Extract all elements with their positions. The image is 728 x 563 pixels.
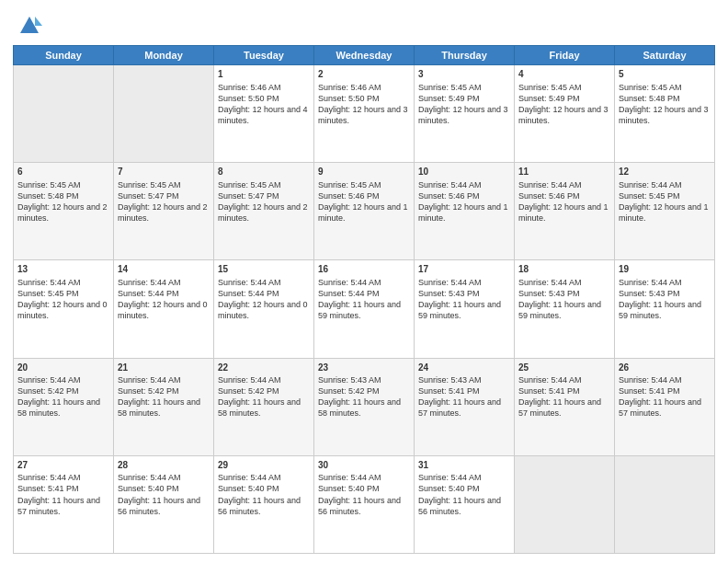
day-number: 27 <box>17 459 109 472</box>
calendar-cell: 14Sunrise: 5:44 AMSunset: 5:44 PMDayligh… <box>114 260 214 358</box>
day-number: 3 <box>418 68 510 81</box>
cell-info: Sunset: 5:41 PM <box>518 385 610 396</box>
calendar-cell: 27Sunrise: 5:44 AMSunset: 5:41 PMDayligh… <box>14 455 114 553</box>
cell-info: Sunset: 5:45 PM <box>17 288 109 299</box>
cell-info: Sunrise: 5:44 AM <box>218 374 310 385</box>
header-row: Sunday Monday Tuesday Wednesday Thursday… <box>14 46 715 65</box>
calendar-cell: 1Sunrise: 5:46 AMSunset: 5:50 PMDaylight… <box>214 65 314 163</box>
calendar-cell: 13Sunrise: 5:44 AMSunset: 5:45 PMDayligh… <box>14 260 114 358</box>
calendar-cell: 17Sunrise: 5:44 AMSunset: 5:43 PMDayligh… <box>415 260 515 358</box>
cell-info: Sunrise: 5:44 AM <box>418 277 510 288</box>
calendar-cell <box>14 65 114 163</box>
day-number: 23 <box>318 362 410 374</box>
cell-info: Daylight: 12 hours and 1 minute. <box>418 201 510 224</box>
cell-info: Sunrise: 5:44 AM <box>518 179 610 190</box>
calendar-cell: 18Sunrise: 5:44 AMSunset: 5:43 PMDayligh… <box>515 260 615 358</box>
cell-info: Daylight: 11 hours and 58 minutes. <box>218 396 310 419</box>
table-row: 6Sunrise: 5:45 AMSunset: 5:48 PMDaylight… <box>14 163 715 260</box>
cell-info: Sunset: 5:41 PM <box>619 385 711 396</box>
calendar-cell: 11Sunrise: 5:44 AMSunset: 5:46 PMDayligh… <box>515 163 615 260</box>
calendar-cell: 31Sunrise: 5:44 AMSunset: 5:40 PMDayligh… <box>415 455 515 553</box>
calendar-cell: 12Sunrise: 5:44 AMSunset: 5:45 PMDayligh… <box>615 163 715 260</box>
table-row: 20Sunrise: 5:44 AMSunset: 5:42 PMDayligh… <box>14 358 715 455</box>
cell-info: Sunrise: 5:44 AM <box>118 374 210 385</box>
cell-info: Sunrise: 5:44 AM <box>418 179 510 190</box>
svg-marker-1 <box>35 17 42 26</box>
cell-info: Sunrise: 5:46 AM <box>218 82 310 93</box>
cell-info: Daylight: 12 hours and 0 minutes. <box>17 299 109 321</box>
cell-info: Sunset: 5:40 PM <box>118 483 210 494</box>
cell-info: Sunrise: 5:44 AM <box>17 472 109 483</box>
day-number: 10 <box>418 166 510 178</box>
cell-info: Sunset: 5:45 PM <box>619 190 711 201</box>
cell-info: Sunrise: 5:44 AM <box>218 472 310 483</box>
col-saturday: Saturday <box>615 46 715 65</box>
col-monday: Monday <box>114 46 214 65</box>
cell-info: Sunrise: 5:45 AM <box>619 82 711 93</box>
cell-info: Sunrise: 5:44 AM <box>118 277 210 288</box>
col-wednesday: Wednesday <box>314 46 415 65</box>
cell-info: Sunset: 5:50 PM <box>318 93 410 104</box>
calendar-cell: 28Sunrise: 5:44 AMSunset: 5:40 PMDayligh… <box>114 455 214 553</box>
cell-info: Daylight: 11 hours and 59 minutes. <box>619 299 711 321</box>
day-number: 12 <box>619 166 711 178</box>
calendar-cell: 3Sunrise: 5:45 AMSunset: 5:49 PMDaylight… <box>415 65 515 163</box>
table-row: 13Sunrise: 5:44 AMSunset: 5:45 PMDayligh… <box>14 260 715 358</box>
cell-info: Daylight: 11 hours and 56 minutes. <box>118 495 210 517</box>
cell-info: Daylight: 11 hours and 57 minutes. <box>17 495 109 517</box>
cell-info: Sunrise: 5:44 AM <box>218 277 310 288</box>
logo <box>13 13 42 39</box>
cell-info: Sunrise: 5:44 AM <box>17 374 109 385</box>
cell-info: Sunrise: 5:45 AM <box>318 179 410 190</box>
day-number: 29 <box>218 459 310 472</box>
cell-info: Daylight: 11 hours and 56 minutes. <box>418 495 510 517</box>
cell-info: Sunrise: 5:45 AM <box>218 179 310 190</box>
cell-info: Daylight: 11 hours and 59 minutes. <box>418 299 510 321</box>
cell-info: Sunset: 5:41 PM <box>17 483 109 494</box>
cell-info: Sunset: 5:49 PM <box>518 93 610 104</box>
cell-info: Daylight: 12 hours and 2 minutes. <box>218 201 310 224</box>
day-number: 24 <box>418 362 510 374</box>
cell-info: Sunset: 5:44 PM <box>218 288 310 299</box>
cell-info: Sunset: 5:40 PM <box>318 483 410 494</box>
calendar-cell: 2Sunrise: 5:46 AMSunset: 5:50 PMDaylight… <box>314 65 415 163</box>
calendar-cell: 10Sunrise: 5:44 AMSunset: 5:46 PMDayligh… <box>415 163 515 260</box>
cell-info: Daylight: 12 hours and 1 minute. <box>619 201 711 224</box>
day-number: 19 <box>619 263 711 276</box>
cell-info: Daylight: 11 hours and 57 minutes. <box>518 396 610 419</box>
cell-info: Sunrise: 5:44 AM <box>619 374 711 385</box>
calendar-cell: 8Sunrise: 5:45 AMSunset: 5:47 PMDaylight… <box>214 163 314 260</box>
cell-info: Daylight: 12 hours and 3 minutes. <box>318 104 410 126</box>
cell-info: Sunrise: 5:45 AM <box>518 82 610 93</box>
cell-info: Sunrise: 5:46 AM <box>318 82 410 93</box>
cell-info: Daylight: 12 hours and 4 minutes. <box>218 104 310 126</box>
day-number: 16 <box>318 263 410 276</box>
day-number: 22 <box>218 362 310 374</box>
cell-info: Sunrise: 5:45 AM <box>17 179 109 190</box>
calendar-cell: 24Sunrise: 5:43 AMSunset: 5:41 PMDayligh… <box>415 358 515 455</box>
cell-info: Sunset: 5:42 PM <box>218 385 310 396</box>
cell-info: Sunrise: 5:43 AM <box>318 374 410 385</box>
cell-info: Sunset: 5:48 PM <box>619 93 711 104</box>
cell-info: Daylight: 11 hours and 57 minutes. <box>619 396 711 419</box>
col-thursday: Thursday <box>415 46 515 65</box>
cell-info: Daylight: 12 hours and 1 minute. <box>318 201 410 224</box>
cell-info: Sunset: 5:49 PM <box>418 93 510 104</box>
cell-info: Sunrise: 5:45 AM <box>118 179 210 190</box>
cell-info: Sunrise: 5:45 AM <box>418 82 510 93</box>
cell-info: Sunset: 5:43 PM <box>518 288 610 299</box>
cell-info: Sunrise: 5:44 AM <box>17 277 109 288</box>
day-number: 9 <box>318 166 410 178</box>
cell-info: Sunset: 5:40 PM <box>218 483 310 494</box>
cell-info: Sunrise: 5:44 AM <box>418 472 510 483</box>
cell-info: Daylight: 12 hours and 2 minutes. <box>17 201 109 224</box>
cell-info: Daylight: 11 hours and 58 minutes. <box>17 396 109 419</box>
cell-info: Daylight: 11 hours and 56 minutes. <box>218 495 310 517</box>
cell-info: Daylight: 12 hours and 3 minutes. <box>518 104 610 126</box>
cell-info: Daylight: 12 hours and 0 minutes. <box>118 299 210 321</box>
day-number: 31 <box>418 459 510 472</box>
table-row: 27Sunrise: 5:44 AMSunset: 5:41 PMDayligh… <box>14 455 715 553</box>
cell-info: Sunset: 5:47 PM <box>118 190 210 201</box>
day-number: 14 <box>118 263 210 276</box>
calendar-cell: 19Sunrise: 5:44 AMSunset: 5:43 PMDayligh… <box>615 260 715 358</box>
